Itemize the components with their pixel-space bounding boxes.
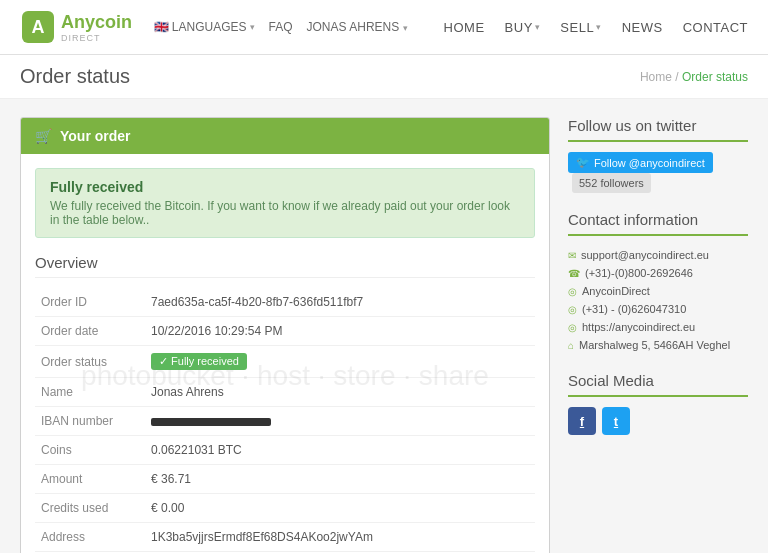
cart-icon: 🛒 (35, 128, 52, 144)
logo[interactable]: A Anycoin DIRECT (20, 9, 132, 45)
twitter-section-title: Follow us on twitter (568, 117, 748, 142)
contact-info-list: ✉support@anycoindirect.eu☎(+31)-(0)800-2… (568, 246, 748, 354)
language-selector[interactable]: 🇬🇧 LANGUAGES ▾ (154, 20, 255, 34)
twitter-bird-icon: 🐦 (576, 156, 590, 169)
twitter-button[interactable]: t (602, 407, 630, 435)
sell-chevron-icon: ▾ (596, 22, 602, 32)
nav-contact[interactable]: CONTACT (683, 20, 748, 35)
nav-home[interactable]: HOME (444, 20, 485, 35)
order-table: Order ID7aed635a-ca5f-4b20-8fb7-636fd511… (35, 288, 535, 553)
logo-sub: DIRECT (61, 33, 132, 43)
nav-sell[interactable]: SELL ▾ (560, 20, 601, 35)
row-value: 7aed635a-ca5f-4b20-8fb7-636fd511fbf7 (145, 288, 535, 317)
flag-icon: 🇬🇧 (154, 20, 169, 34)
faq-link[interactable]: FAQ (269, 20, 293, 34)
row-value: 0.06221031 BTC (145, 436, 535, 465)
iban-redacted (151, 418, 271, 426)
logo-text: Anycoin (61, 12, 132, 33)
contact-item-text: support@anycoindirect.eu (581, 249, 709, 261)
row-value: 1K3ba5vjjrsErmdf8Ef68DS4AKoo2jwYAm (145, 523, 535, 552)
row-label: Amount (35, 465, 145, 494)
twitter-follow-label: Follow @anycoindirect (594, 157, 705, 169)
contact-item-icon: ⌂ (568, 340, 574, 351)
right-sidebar: Follow us on twitter 🐦 Follow @anycoindi… (568, 117, 748, 553)
received-title: Fully received (50, 179, 520, 195)
row-value: Jonas Ahrens (145, 378, 535, 407)
row-value: € 36.71 (145, 465, 535, 494)
row-value (145, 407, 535, 436)
row-label: Name (35, 378, 145, 407)
top-nav-right: 🇬🇧 LANGUAGES ▾ FAQ JONAS AHRENS ▾ (154, 20, 408, 34)
contact-section: Contact information ✉support@anycoindire… (568, 211, 748, 354)
logo-icon: A (20, 9, 56, 45)
twitter-follow-row: 🐦 Follow @anycoindirect 552 followers (568, 152, 748, 193)
breadcrumb: Home / Order status (640, 70, 748, 84)
order-card-body: photobucket · host · store · share Fully… (21, 154, 549, 553)
facebook-button[interactable]: f (568, 407, 596, 435)
language-label[interactable]: LANGUAGES (172, 20, 247, 34)
status-badge-green: ✓ Fully received (151, 353, 247, 370)
row-label: Order date (35, 317, 145, 346)
overview-title: Overview (35, 254, 535, 278)
table-row: Amount€ 36.71 (35, 465, 535, 494)
table-row: Order date10/22/2016 10:29:54 PM (35, 317, 535, 346)
twitter-section: Follow us on twitter 🐦 Follow @anycoindi… (568, 117, 748, 193)
contact-item-text: https://anycoindirect.eu (582, 321, 695, 333)
table-row: Coins0.06221031 BTC (35, 436, 535, 465)
table-row: NameJonas Ahrens (35, 378, 535, 407)
breadcrumb-home[interactable]: Home (640, 70, 672, 84)
left-column: 🛒 Your order photobucket · host · store … (20, 117, 550, 553)
contact-item-icon: ◎ (568, 286, 577, 297)
contact-item-text: (+31)-(0)800-2692646 (585, 267, 693, 279)
row-label: Order ID (35, 288, 145, 317)
main-nav: HOME BUY ▾ SELL ▾ NEWS CONTACT (444, 20, 748, 35)
followers-badge: 552 followers (572, 173, 651, 193)
row-label: Coins (35, 436, 145, 465)
received-desc: We fully received the Bitcoin. If you wa… (50, 199, 520, 227)
table-row: Order status✓ Fully received (35, 346, 535, 378)
contact-info-item: ☎(+31)-(0)800-2692646 (568, 264, 748, 282)
contact-item-icon: ☎ (568, 268, 580, 279)
row-label: Address (35, 523, 145, 552)
page-title: Order status (20, 65, 130, 88)
buy-chevron-icon: ▾ (535, 22, 541, 32)
row-label: Credits used (35, 494, 145, 523)
header-right: 🇬🇧 LANGUAGES ▾ FAQ JONAS AHRENS ▾ HOME B… (154, 20, 748, 35)
user-name: JONAS AHRENS (307, 20, 400, 34)
row-label: IBAN number (35, 407, 145, 436)
contact-info-item: ⌂Marshalweg 5, 5466AH Veghel (568, 336, 748, 354)
contact-item-icon: ◎ (568, 304, 577, 315)
received-box: Fully received We fully received the Bit… (35, 168, 535, 238)
contact-info-item: ◎AnycoinDirect (568, 282, 748, 300)
row-value: 10/22/2016 10:29:54 PM (145, 317, 535, 346)
svg-text:A: A (32, 17, 45, 37)
twitter-follow-button[interactable]: 🐦 Follow @anycoindirect (568, 152, 713, 173)
contact-item-text: AnycoinDirect (582, 285, 650, 297)
order-card-title: Your order (60, 128, 131, 144)
breadcrumb-bar: Order status Home / Order status (0, 55, 768, 99)
social-icons: f t (568, 407, 748, 435)
contact-info-item: ✉support@anycoindirect.eu (568, 246, 748, 264)
lang-chevron-icon: ▾ (250, 22, 255, 32)
social-media-section: Social Media f t (568, 372, 748, 435)
nav-news[interactable]: NEWS (622, 20, 663, 35)
row-value: ✓ Fully received (145, 346, 535, 378)
header: A Anycoin DIRECT 🇬🇧 LANGUAGES ▾ FAQ JONA… (0, 0, 768, 55)
contact-item-text: Marshalweg 5, 5466AH Veghel (579, 339, 730, 351)
table-row: Order ID7aed635a-ca5f-4b20-8fb7-636fd511… (35, 288, 535, 317)
nav-buy[interactable]: BUY ▾ (505, 20, 541, 35)
contact-item-text: (+31) - (0)626047310 (582, 303, 686, 315)
contact-info-item: ◎https://anycoindirect.eu (568, 318, 748, 336)
user-menu[interactable]: JONAS AHRENS ▾ (307, 20, 408, 34)
contact-item-icon: ◎ (568, 322, 577, 333)
user-chevron-icon: ▾ (403, 23, 408, 33)
social-media-title: Social Media (568, 372, 748, 397)
table-row: Address1K3ba5vjjrsErmdf8Ef68DS4AKoo2jwYA… (35, 523, 535, 552)
table-row: IBAN number (35, 407, 535, 436)
row-label: Order status (35, 346, 145, 378)
contact-item-icon: ✉ (568, 250, 576, 261)
order-card-header: 🛒 Your order (21, 118, 549, 154)
order-card: 🛒 Your order photobucket · host · store … (20, 117, 550, 553)
table-row: Credits used€ 0.00 (35, 494, 535, 523)
breadcrumb-current: Order status (682, 70, 748, 84)
